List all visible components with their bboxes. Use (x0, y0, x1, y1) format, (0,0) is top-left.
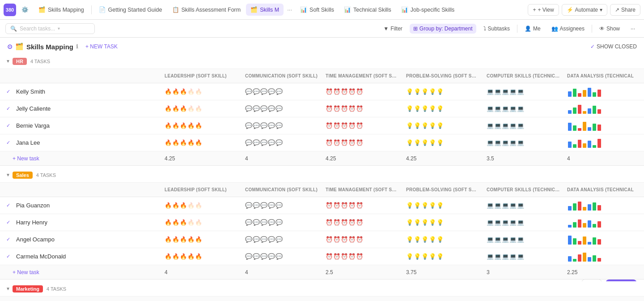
subtasks-button[interactable]: ⤵ Subtasks (480, 24, 513, 34)
new-task-button-hr[interactable]: + New task (0, 155, 161, 162)
task-checkbox[interactable]: ✓ (4, 202, 13, 208)
task-row[interactable]: ✓ Bernie Varga 🔥🔥🔥🔥🔥 💬💬💬💬💬 ⏰⏰⏰⏰⏰ 💡💡💡💡💡 💻… (0, 117, 644, 134)
svg-rect-48 (597, 239, 601, 245)
new-task-button-sales[interactable]: + New task (0, 269, 161, 275)
task-row[interactable]: ✓ Carmela McDonald 🔥🔥🔥🔥🔥 💬💬💬💬💬 ⏰⏰⏰⏰⏰ 💡💡💡… (0, 248, 644, 265)
svg-rect-39 (588, 220, 591, 228)
add-task-button[interactable]: + NEW TASK (82, 42, 121, 51)
svg-rect-47 (593, 237, 596, 245)
more-options-button[interactable]: ··· (627, 24, 639, 34)
svg-rect-54 (593, 255, 596, 262)
task-time-cell: ⏰⏰⏰⏰⏰ (322, 122, 402, 129)
task-communication-cell: 💬💬💬💬💬 (242, 122, 322, 129)
col-computer-skills: COMPUTER SKILLS (TECHNICA... (483, 187, 564, 192)
board-collapse-icon[interactable]: ⊙ (7, 43, 13, 50)
svg-rect-35 (568, 225, 572, 228)
group-by-button[interactable]: ⊞ Group by: Department (410, 24, 476, 34)
task-leadership-cell: 🔥🔥🔥🔥🔥 (161, 88, 242, 95)
svg-rect-9 (578, 105, 581, 114)
assignees-button[interactable]: 👥 Assignees (548, 24, 588, 34)
task-row[interactable]: ✓ Harry Henry 🔥🔥🔥🔥🔥 💬💬💬💬💬 ⏰⏰⏰⏰⏰ 💡💡💡💡💡 💻💻… (0, 214, 644, 231)
task-checkbox[interactable]: ✓ (4, 236, 13, 242)
app-logo[interactable]: 380 (4, 4, 16, 16)
toolbar-divider-2 (592, 25, 592, 33)
task-row[interactable]: ✓ Pia Guanzon 🔥🔥🔥🔥🔥 💬💬💬💬💬 ⏰⏰⏰⏰⏰ 💡💡💡💡💡 💻💻… (0, 197, 644, 214)
footer-data-hr: 4 (564, 155, 644, 162)
task-leadership-cell: 🔥🔥🔥🔥🔥 (161, 253, 242, 260)
footer-time-sales: 2.5 (322, 269, 402, 275)
nav-tab-technical-skills[interactable]: 📊 Technical Skills (339, 4, 396, 16)
view-button[interactable]: + + View (528, 4, 559, 16)
nav-tab-skills-m[interactable]: 🗂️ Skills M (246, 4, 284, 16)
group-toggle-hr[interactable]: ▼ (4, 57, 13, 66)
task-communication-cell: 💬💬💬💬💬 (242, 219, 322, 226)
col-data-analysis: DATA ANALYSIS (TECHNICAL (564, 187, 644, 192)
svg-rect-33 (593, 202, 596, 211)
svg-rect-5 (593, 92, 596, 97)
automate-button[interactable]: ⚡ Automate ▾ (562, 4, 607, 16)
task-checkbox[interactable]: ✓ (4, 140, 13, 146)
task-row[interactable]: ✓ Kelly Smith 🔥🔥🔥🔥🔥 💬💬💬💬💬 ⏰⏰⏰⏰⏰ 💡💡💡💡💡 💻💻… (0, 83, 644, 100)
group-toggle-marketing[interactable]: ▼ (4, 284, 13, 293)
nav-tab-skills-assessment[interactable]: 📋 Skills Assessment Form (168, 4, 246, 16)
task-checkbox[interactable]: ✓ (4, 106, 13, 112)
task-name: Harry Henry (13, 219, 161, 226)
task-row[interactable]: ✓ Jana Lee 🔥🔥🔥🔥🔥 💬💬💬💬💬 ⏰⏰⏰⏰⏰ 💡💡💡💡💡 💻💻💻💻💻 (0, 134, 644, 151)
automate-icon: ⚡ (567, 7, 573, 13)
task-problem-cell: 💡💡💡💡💡 (402, 253, 483, 260)
task-problem-cell: 💡💡💡💡💡 (402, 122, 483, 129)
task-problem-cell: 💡💡💡💡💡 (402, 202, 483, 209)
nav-tab-soft-skills[interactable]: 📊 Soft Skills (296, 4, 339, 16)
share-button[interactable]: ↗ Share (610, 4, 640, 16)
column-headers-hr: LEADERSHIP (SOFT SKILL) COMMUNICATION (S… (0, 69, 644, 83)
task-computer-cell: 💻💻💻💻💻 (483, 88, 564, 95)
info-icon[interactable]: ℹ (76, 43, 78, 50)
col-time-management: TIME MANAGEMENT (SOFT SKILL) (322, 187, 402, 192)
nav-tab-getting-started[interactable]: 📄 Getting Started Guide (94, 4, 167, 16)
task-name: Carmela McDonald (13, 253, 161, 260)
svg-rect-52 (583, 253, 586, 262)
svg-rect-25 (588, 141, 591, 148)
search-box[interactable]: 🔍 Search tasks... ▾ (5, 23, 95, 34)
svg-rect-31 (583, 207, 586, 211)
task-row[interactable]: ✓ Jelly Caliente 🔥🔥🔥🔥🔥 💬💬💬💬💬 ⏰⏰⏰⏰⏰ 💡💡💡💡💡… (0, 100, 644, 117)
footer-problem-sales: 3.75 (402, 269, 483, 275)
col-leadership: LEADERSHIP (SOFT SKILL) (161, 187, 242, 192)
svg-rect-0 (568, 91, 572, 97)
show-button[interactable]: 👁 Show (596, 24, 623, 34)
chart-icon-2: 📊 (344, 6, 351, 13)
task-communication-cell: 💬💬💬💬💬 (242, 139, 322, 146)
task-checkbox[interactable]: ✓ (4, 123, 13, 129)
clickup-icon: ⚙️ (21, 6, 29, 13)
toolbar: 🔍 Search tasks... ▾ ▼ Filter ⊞ Group by:… (0, 20, 644, 38)
svg-rect-11 (588, 108, 591, 114)
task-time-cell: ⏰⏰⏰⏰⏰ (322, 88, 402, 95)
filter-button[interactable]: ▼ Filter (380, 24, 406, 34)
task-leadership-cell: 🔥🔥🔥🔥🔥 (161, 236, 242, 243)
svg-rect-41 (597, 221, 601, 228)
skills-table: ▼ HR 4 TASKS LEADERSHIP (SOFT SKILL) COM… (0, 54, 644, 301)
group-task-count-sales: 4 TASKS (36, 172, 56, 178)
task-checkbox[interactable]: ✓ (4, 89, 13, 95)
task-computer-cell: 💻💻💻💻💻 (483, 219, 564, 226)
show-closed-button[interactable]: ✓ SHOW CLOSED (590, 43, 637, 50)
nav-tab-clickup[interactable]: ⚙️ (17, 4, 33, 16)
group-task-count-hr: 4 TASKS (30, 59, 50, 64)
task-problem-cell: 💡💡💡💡💡 (402, 219, 483, 226)
svg-rect-51 (578, 254, 581, 262)
svg-rect-19 (593, 124, 596, 131)
me-button[interactable]: 👤 Me (521, 24, 544, 34)
task-communication-cell: 💬💬💬💬💬 (242, 253, 322, 260)
task-time-cell: ⏰⏰⏰⏰⏰ (322, 253, 402, 260)
task-problem-cell: 💡💡💡💡💡 (402, 139, 483, 146)
task-checkbox[interactable]: ✓ (4, 254, 13, 259)
svg-rect-29 (573, 203, 576, 211)
group-toggle-sales[interactable]: ▼ (4, 171, 13, 180)
task-checkbox[interactable]: ✓ (4, 219, 13, 225)
task-row[interactable]: ✓ Angel Ocampo 🔥🔥🔥🔥🔥 💬💬💬💬💬 ⏰⏰⏰⏰⏰ 💡💡💡💡💡 💻… (0, 231, 644, 248)
task-leadership-cell: 🔥🔥🔥🔥🔥 (161, 139, 242, 146)
svg-rect-46 (588, 242, 591, 245)
nav-more-tabs[interactable]: ··· (284, 4, 295, 15)
nav-tab-job-specific[interactable]: 📊 Job-specific Skills (397, 4, 459, 16)
svg-rect-55 (597, 258, 601, 262)
